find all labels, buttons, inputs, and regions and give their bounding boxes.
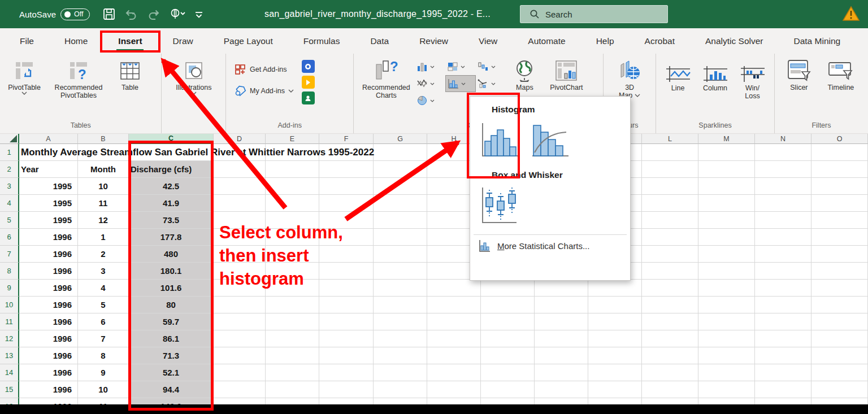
- cell[interactable]: [642, 364, 698, 381]
- insert-combo-chart-button[interactable]: [476, 75, 506, 92]
- cell[interactable]: [698, 381, 755, 398]
- column-header-F[interactable]: F: [319, 134, 374, 144]
- row-header-11[interactable]: 11: [0, 313, 19, 330]
- save-button[interactable]: [102, 7, 116, 21]
- cell[interactable]: [698, 347, 755, 364]
- cell[interactable]: [811, 263, 868, 280]
- column-header-O[interactable]: O: [811, 134, 868, 144]
- cell-year-3[interactable]: 1995: [19, 178, 78, 195]
- row-header-10[interactable]: 10: [0, 297, 19, 313]
- cell[interactable]: [374, 144, 427, 161]
- cell[interactable]: [755, 364, 811, 381]
- addin-app-green-icon[interactable]: [302, 91, 315, 104]
- cell[interactable]: [755, 144, 811, 161]
- column-header-G[interactable]: G: [374, 134, 427, 144]
- cell[interactable]: [811, 330, 868, 347]
- cell[interactable]: [698, 144, 755, 161]
- cell[interactable]: [811, 212, 868, 229]
- select-all-corner[interactable]: [0, 134, 19, 144]
- cell[interactable]: [811, 313, 868, 330]
- cell[interactable]: [811, 178, 868, 195]
- insert-scatter-chart-button[interactable]: [415, 75, 445, 92]
- cell[interactable]: [588, 330, 642, 347]
- cell[interactable]: [698, 313, 755, 330]
- cell[interactable]: [642, 178, 698, 195]
- cell[interactable]: [755, 297, 811, 313]
- cell[interactable]: [319, 381, 374, 398]
- cell[interactable]: [266, 381, 319, 398]
- column-header-N[interactable]: N: [755, 134, 811, 144]
- cell[interactable]: [811, 280, 868, 297]
- row-header-6[interactable]: 6: [0, 229, 19, 246]
- cell-month-3[interactable]: 10: [78, 178, 129, 195]
- cell-discharge-7[interactable]: 480: [129, 246, 214, 263]
- cell[interactable]: [811, 297, 868, 313]
- row-header-4[interactable]: 4: [0, 195, 19, 212]
- cell[interactable]: [481, 347, 535, 364]
- insert-map-chart-button[interactable]: [445, 58, 476, 75]
- cell[interactable]: [642, 161, 698, 178]
- insert-column-chart-button[interactable]: [415, 58, 445, 75]
- cell[interactable]: [427, 280, 481, 297]
- row-header-2[interactable]: 2: [0, 161, 19, 178]
- illustrations-button[interactable]: Illustrations: [166, 56, 222, 96]
- cell-discharge-14[interactable]: 52.1: [129, 364, 214, 381]
- cell-month-10[interactable]: 5: [78, 297, 129, 313]
- cell[interactable]: [266, 364, 319, 381]
- cell[interactable]: [811, 144, 868, 161]
- cell-month-14[interactable]: 9: [78, 364, 129, 381]
- cell-month-5[interactable]: 12: [78, 212, 129, 229]
- cell-discharge-8[interactable]: 180.1: [129, 263, 214, 280]
- row-header-1[interactable]: 1: [0, 144, 19, 161]
- cell-month-13[interactable]: 8: [78, 347, 129, 364]
- cell-month-6[interactable]: 1: [78, 229, 129, 246]
- tab-insert[interactable]: Insert: [103, 28, 157, 54]
- cell[interactable]: [698, 246, 755, 263]
- table-button[interactable]: Table: [112, 56, 148, 93]
- cell[interactable]: [374, 313, 427, 330]
- cell[interactable]: [481, 297, 535, 313]
- cell[interactable]: [319, 364, 374, 381]
- more-statistical-charts-item[interactable]: More Statistical Charts...: [478, 239, 630, 252]
- column-header-L[interactable]: L: [642, 134, 698, 144]
- cell[interactable]: [698, 297, 755, 313]
- cell[interactable]: [481, 313, 535, 330]
- row-header-12[interactable]: 12: [0, 330, 19, 347]
- customize-qat-button[interactable]: [194, 8, 204, 20]
- cell[interactable]: [374, 297, 427, 313]
- cell-discharge-12[interactable]: 86.1: [129, 330, 214, 347]
- cell[interactable]: [214, 364, 266, 381]
- row-header-9[interactable]: 9: [0, 280, 19, 297]
- cell[interactable]: [811, 161, 868, 178]
- autosave-toggle[interactable]: AutoSave Off: [19, 8, 90, 20]
- tab-view[interactable]: View: [463, 28, 513, 54]
- search-input[interactable]: Search: [520, 5, 668, 23]
- cell[interactable]: [214, 330, 266, 347]
- cell[interactable]: [588, 297, 642, 313]
- cell-year-11[interactable]: 1996: [19, 313, 78, 330]
- cell[interactable]: [481, 330, 535, 347]
- cell[interactable]: [588, 347, 642, 364]
- insert-statistic-chart-button[interactable]: [445, 75, 476, 92]
- cell[interactable]: [698, 364, 755, 381]
- tab-acrobat[interactable]: Acrobat: [630, 28, 690, 54]
- undo-button[interactable]: [124, 8, 138, 20]
- cell-year-15[interactable]: 1996: [19, 381, 78, 398]
- cell[interactable]: [266, 297, 319, 313]
- row-header-3[interactable]: 3: [0, 178, 19, 195]
- tab-formulas[interactable]: Formulas: [288, 28, 355, 54]
- cell[interactable]: [374, 347, 427, 364]
- cell[interactable]: [214, 347, 266, 364]
- cell-month-9[interactable]: 4: [78, 280, 129, 297]
- row-header-13[interactable]: 13: [0, 347, 19, 364]
- cell-year-5[interactable]: 1995: [19, 212, 78, 229]
- cell[interactable]: [214, 195, 266, 212]
- column-header-E[interactable]: E: [266, 134, 319, 144]
- cell[interactable]: [755, 161, 811, 178]
- tab-help[interactable]: Help: [581, 28, 630, 54]
- cell[interactable]: [374, 381, 427, 398]
- cell[interactable]: [811, 195, 868, 212]
- cell[interactable]: [755, 330, 811, 347]
- cell[interactable]: [481, 364, 535, 381]
- cell[interactable]: [214, 381, 266, 398]
